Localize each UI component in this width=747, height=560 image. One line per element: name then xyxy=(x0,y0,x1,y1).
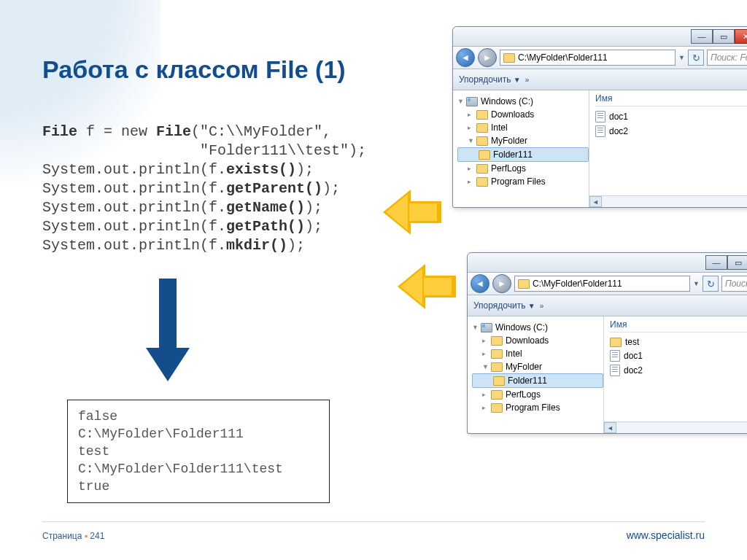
folder-icon xyxy=(518,279,530,289)
folder-icon xyxy=(476,164,488,174)
folder-icon xyxy=(491,336,503,346)
maximize-button[interactable]: ▭ xyxy=(727,255,747,270)
column-header-name[interactable]: Имя xyxy=(610,319,747,332)
path-field[interactable]: C:\MyFolder\Folder111 xyxy=(514,276,690,292)
toolbar: Упорядочить ▼ » xyxy=(453,69,747,90)
document-icon xyxy=(610,350,620,362)
address-bar: ◄ ► C:\MyFolder\Folder111 ▼ ↻ Поиск: Fo xyxy=(453,47,747,69)
tree-node[interactable]: ▼MyFolder xyxy=(472,360,603,373)
forward-button[interactable]: ► xyxy=(492,274,511,293)
path-field[interactable]: C:\MyFolder\Folder111 xyxy=(500,50,676,66)
scrollbar[interactable]: ◄► xyxy=(604,421,747,433)
tree-node[interactable]: ▸PerfLogs xyxy=(457,162,589,175)
tree-node[interactable]: ▸PerfLogs xyxy=(472,388,603,401)
output-box: false C:\MyFolder\Folder111 test C:\MyFo… xyxy=(67,400,330,503)
refresh-button[interactable]: ↻ xyxy=(703,276,719,292)
folder-icon xyxy=(476,123,488,133)
maximize-button[interactable]: ▭ xyxy=(713,29,735,44)
folder-icon xyxy=(491,349,503,359)
explorer-window-after: — ▭ ✕ ◄ ► C:\MyFolder\Folder111 ▼ ↻ Поис… xyxy=(467,252,747,434)
tree-node[interactable]: ▸Intel xyxy=(457,121,589,134)
disk-icon xyxy=(481,323,492,332)
folder-icon xyxy=(476,177,488,187)
back-button[interactable]: ◄ xyxy=(471,274,489,293)
folder-icon xyxy=(493,376,505,386)
tree-node-drive[interactable]: ▼Windows (C:) xyxy=(457,95,589,108)
back-button[interactable]: ◄ xyxy=(456,48,475,67)
window-titlebar[interactable]: — ▭ ✕ xyxy=(453,27,747,47)
tree-node[interactable]: ▸Downloads xyxy=(457,108,589,121)
search-field[interactable]: Поиск: Fo xyxy=(721,276,747,292)
folder-icon xyxy=(610,338,622,347)
tree-node-selected[interactable]: Folder111 xyxy=(457,147,589,162)
file-list: Имя test doc1 doc2 ◄► xyxy=(604,316,747,433)
document-icon xyxy=(610,365,620,376)
file-list: Имя doc1 doc2 ◄► xyxy=(589,90,747,207)
list-item[interactable]: doc1 xyxy=(610,349,747,363)
slide-title: Работа с классом File (1) xyxy=(42,55,346,84)
tree-node[interactable]: ▸Intel xyxy=(472,347,603,360)
tree-node[interactable]: ▸Program Files xyxy=(457,175,589,188)
toolbar-more-icon[interactable]: » xyxy=(525,76,530,84)
list-item[interactable]: doc2 xyxy=(595,124,747,139)
address-bar: ◄ ► C:\MyFolder\Folder111 ▼ ↻ Поиск: Fo xyxy=(468,273,747,295)
folder-icon xyxy=(479,150,490,160)
document-icon xyxy=(595,125,605,137)
folder-icon xyxy=(503,53,515,63)
folder-icon xyxy=(476,136,488,146)
tree-node[interactable]: ▸Program Files xyxy=(472,401,603,414)
search-field[interactable]: Поиск: Fo xyxy=(707,50,747,66)
list-item[interactable]: doc1 xyxy=(595,109,747,124)
tree-node[interactable]: ▼MyFolder xyxy=(457,134,589,147)
toolbar: Упорядочить ▼ » xyxy=(468,295,747,316)
explorer-window-before: — ▭ ✕ ◄ ► C:\MyFolder\Folder111 ▼ ↻ Поис… xyxy=(452,26,747,208)
folder-icon xyxy=(476,110,488,120)
arrow-left-icon xyxy=(398,264,457,309)
refresh-button[interactable]: ↻ xyxy=(688,50,704,66)
arrow-down-icon xyxy=(146,279,190,388)
minimize-button[interactable]: — xyxy=(691,29,713,44)
arrow-left-icon xyxy=(383,190,443,235)
code-block: File f = new File("C:\\MyFolder", "Folde… xyxy=(42,122,366,255)
scrollbar[interactable]: ◄► xyxy=(589,195,747,207)
tree-node[interactable]: ▸Downloads xyxy=(472,334,603,347)
forward-button[interactable]: ► xyxy=(478,48,497,67)
window-titlebar[interactable]: — ▭ ✕ xyxy=(468,253,747,273)
footer-url: www.specialist.ru xyxy=(627,529,705,541)
toolbar-more-icon[interactable]: » xyxy=(540,302,544,310)
list-item[interactable]: doc2 xyxy=(610,363,747,378)
organize-menu[interactable]: Упорядочить ▼ xyxy=(459,74,521,85)
document-icon xyxy=(595,111,605,122)
close-button[interactable]: ✕ xyxy=(735,29,747,44)
tree-node-selected[interactable]: Folder111 xyxy=(472,373,603,388)
disk-icon xyxy=(466,97,478,106)
tree-node-drive[interactable]: ▼Windows (C:) xyxy=(472,321,603,334)
column-header-name[interactable]: Имя xyxy=(595,93,747,106)
organize-menu[interactable]: Упорядочить ▼ xyxy=(473,300,535,311)
page-number: Страница ▪ 241 xyxy=(42,531,104,541)
path-text: C:\MyFolder\Folder111 xyxy=(533,279,622,289)
folder-icon xyxy=(491,362,503,372)
footer-divider xyxy=(42,521,705,522)
folder-icon xyxy=(491,403,503,413)
folder-tree: ▼Windows (C:) ▸Downloads ▸Intel ▼MyFolde… xyxy=(468,316,604,433)
list-item[interactable]: test xyxy=(610,335,747,349)
folder-tree: ▼Windows (C:) ▸Downloads ▸Intel ▼MyFolde… xyxy=(453,90,589,207)
path-text: C:\MyFolder\Folder111 xyxy=(518,52,608,63)
minimize-button[interactable]: — xyxy=(705,255,727,270)
folder-icon xyxy=(491,390,503,400)
